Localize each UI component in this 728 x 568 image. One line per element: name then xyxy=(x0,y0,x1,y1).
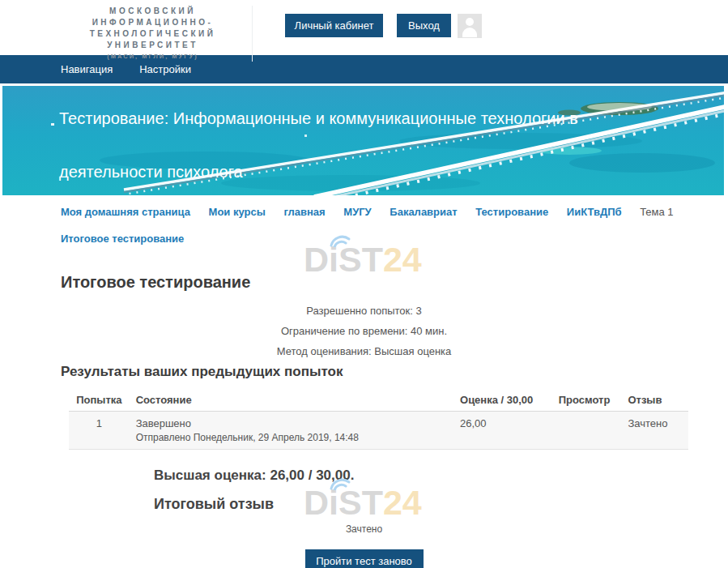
results-heading: Результаты ваших предыдущих попыток xyxy=(61,363,728,380)
attempts-table-header: Попытка Состояние Оценка / 30,00 Просмот… xyxy=(69,391,688,412)
overall-feedback-heading: Итоговый отзыв xyxy=(154,496,728,513)
quiz-info: Разрешенно попыток: 3 Ограничение по вре… xyxy=(0,301,728,361)
table-row: 1 Завершено Отправлено Понедельник, 29 А… xyxy=(69,412,688,450)
breadcrumb-link-main[interactable]: главная xyxy=(283,206,325,218)
state-detail: Отправлено Понедельник, 29 Апрель 2019, … xyxy=(136,432,447,443)
breadcrumb: Моя домашняя страница Мои курсы главная … xyxy=(0,195,728,244)
personal-cabinet-button[interactable]: Личный кабинет xyxy=(285,14,383,37)
main-content: DiST24 Моя домашняя страница Мои курсы г… xyxy=(0,195,728,568)
breadcrumb-row: Итоговое тестирование xyxy=(61,233,728,244)
quiz-info-attempts: Разрешенно попыток: 3 xyxy=(0,301,728,321)
avatar-person-icon xyxy=(466,18,474,26)
breadcrumb-row: Моя домашняя страница Мои курсы главная … xyxy=(61,207,728,217)
breadcrumb-link-bachelor[interactable]: Бакалавриат xyxy=(390,206,457,218)
cell-feedback: Зачтено xyxy=(621,412,688,450)
logo-subtitle: (МАСИ, МГЛИ, МУГУ) xyxy=(58,52,247,62)
cell-review xyxy=(552,412,622,450)
col-header-state: Состояние xyxy=(130,391,453,412)
nav-item-navigation[interactable]: Навигация xyxy=(61,63,113,75)
logo-line: УНИВЕРСИТЕТ xyxy=(58,40,247,51)
university-logo: МОСКОВСКИЙ ИНФОРМАЦИОННО-ТЕХНОЛОГИЧЕСКИЙ… xyxy=(58,6,253,62)
cell-attempt-number: 1 xyxy=(69,412,130,450)
col-header-grade: Оценка / 30,00 xyxy=(453,391,552,412)
quiz-info-grading-method: Метод оценивания: Высшая оценка xyxy=(0,341,728,361)
col-header-attempt: Попытка xyxy=(69,391,130,412)
breadcrumb-link-testing[interactable]: Тестирование xyxy=(475,206,548,218)
cell-grade: 26,00 xyxy=(453,412,552,450)
avatar-person-icon xyxy=(462,28,477,37)
user-avatar[interactable] xyxy=(458,14,482,38)
overall-feedback-value: Зачтено xyxy=(0,523,728,535)
state-label: Завершено xyxy=(136,417,447,429)
cell-state: Завершено Отправлено Понедельник, 29 Апр… xyxy=(130,412,453,450)
quiz-title: Итоговое тестирование xyxy=(61,273,728,292)
breadcrumb-link-final-test[interactable]: Итоговое тестирование xyxy=(61,233,184,245)
breadcrumb-link-my-courses[interactable]: Мои курсы xyxy=(209,206,266,218)
best-grade-text: Высшая оценка: 26,00 / 30,00. xyxy=(154,468,728,484)
breadcrumb-item-topic: Тема 1 xyxy=(640,206,673,218)
nav-item-settings[interactable]: Настройки xyxy=(139,63,191,75)
col-header-feedback: Отзыв xyxy=(621,391,688,412)
quiz-info-time-limit: Ограничение по времени: 40 мин. xyxy=(0,321,728,341)
course-banner: Тестирование: Информационные и коммуника… xyxy=(2,86,724,195)
course-title: Тестирование: Информационные и коммуника… xyxy=(59,92,600,195)
attempts-table: Попытка Состояние Оценка / 30,00 Просмот… xyxy=(69,391,688,450)
logo-line: ИНФОРМАЦИОННО-ТЕХНОЛОГИЧЕСКИЙ xyxy=(58,17,247,40)
page-header: МОСКОВСКИЙ ИНФОРМАЦИОННО-ТЕХНОЛОГИЧЕСКИЙ… xyxy=(0,0,728,55)
col-header-review: Просмотр xyxy=(552,391,622,412)
breadcrumb-link-course[interactable]: ИиКТвДПб xyxy=(567,206,622,218)
logout-button[interactable]: Выход xyxy=(397,14,451,37)
breadcrumb-link-mugu[interactable]: МУГУ xyxy=(343,206,371,218)
watermark-text: DiST24 xyxy=(304,244,425,275)
reattempt-button[interactable]: Пройти тест заново xyxy=(305,549,424,568)
logo-line: МОСКОВСКИЙ xyxy=(58,6,247,17)
breadcrumb-link-home[interactable]: Моя домашняя страница xyxy=(61,206,190,218)
